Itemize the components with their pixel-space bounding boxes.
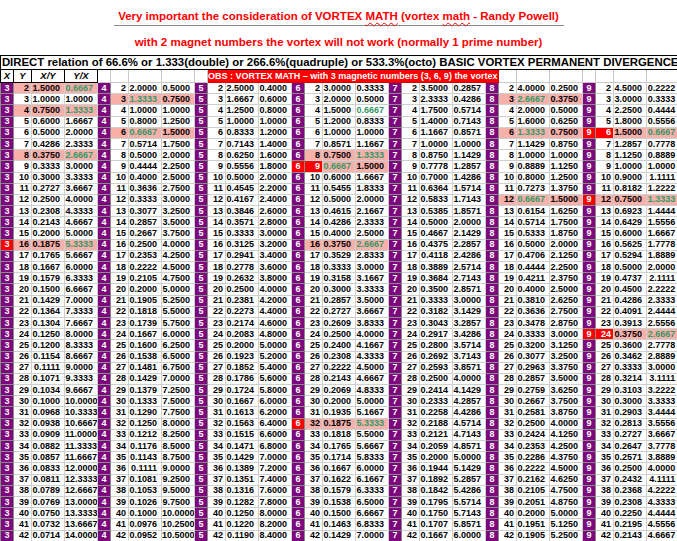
cell-ratio-y-over-x[interactable]: 2.3750 — [550, 273, 583, 284]
cell-ratio-x-over-y[interactable]: 0.6923 — [614, 206, 647, 217]
cell-y[interactable]: 16 — [14, 239, 32, 250]
cell-x[interactable]: 3 — [1, 530, 14, 541]
cell-ratio-x-over-y[interactable]: 0.4545 — [226, 183, 259, 194]
cell-ratio-x-over-y[interactable]: 0.2609 — [323, 317, 356, 328]
cell-y[interactable]: 35 — [14, 452, 32, 463]
cell-y[interactable]: 5 — [14, 116, 32, 127]
cell-x[interactable]: 6 — [292, 317, 305, 328]
cell-y[interactable]: 23 — [208, 317, 226, 328]
cell-y[interactable]: 29 — [14, 385, 32, 396]
cell-ratio-y-over-x[interactable]: 3.7143 — [453, 351, 486, 362]
cell-x[interactable]: 5 — [195, 496, 208, 507]
cell-ratio-y-over-x[interactable]: 5.6667 — [356, 441, 389, 452]
cell-y[interactable]: 27 — [596, 362, 614, 373]
cell-ratio-y-over-x[interactable]: 1.0000 — [65, 94, 98, 105]
cell-ratio-x-over-y[interactable]: 0.0769 — [32, 496, 65, 507]
cell-x[interactable]: 8 — [486, 306, 499, 317]
cell-ratio-y-over-x[interactable]: 12.6667 — [65, 485, 98, 496]
cell-x[interactable]: 7 — [389, 206, 402, 217]
cell-y[interactable]: 24 — [596, 329, 614, 340]
cell-ratio-y-over-x[interactable]: 4.6250 — [550, 474, 583, 485]
cell-x[interactable]: 3 — [1, 463, 14, 474]
cell-x[interactable]: 3 — [1, 239, 14, 250]
cell-ratio-y-over-x[interactable]: 4.5556 — [647, 519, 677, 530]
cell-y[interactable]: 15 — [402, 228, 420, 239]
cell-x[interactable]: 4 — [98, 284, 111, 295]
cell-x[interactable]: 7 — [389, 161, 402, 172]
cell-ratio-y-over-x[interactable]: 3.0000 — [647, 362, 677, 373]
cell-y[interactable]: 15 — [14, 228, 32, 239]
cell-ratio-x-over-y[interactable]: 0.2162 — [517, 474, 550, 485]
cell-ratio-y-over-x[interactable]: 1.0000 — [453, 138, 486, 149]
cell-ratio-x-over-y[interactable]: 0.2727 — [32, 183, 65, 194]
cell-ratio-x-over-y[interactable]: 0.2105 — [517, 485, 550, 496]
cell-ratio-y-over-x[interactable]: 1.2500 — [162, 116, 195, 127]
cell-ratio-y-over-x[interactable]: 0.4000 — [259, 83, 292, 94]
cell-ratio-y-over-x[interactable]: 5.0000 — [550, 508, 583, 519]
cell-x[interactable]: 4 — [98, 83, 111, 94]
cell-y[interactable]: 21 — [305, 295, 323, 306]
cell-ratio-y-over-x[interactable]: 4.0000 — [65, 194, 98, 205]
cell-ratio-x-over-y[interactable]: 2.0000 — [129, 83, 162, 94]
cell-y[interactable]: 13 — [499, 206, 517, 217]
cell-ratio-y-over-x[interactable]: 3.6667 — [65, 183, 98, 194]
cell-x[interactable]: 5 — [195, 441, 208, 452]
cell-ratio-y-over-x[interactable]: 13.0000 — [65, 496, 98, 507]
cell-x[interactable]: 3 — [1, 105, 14, 116]
cell-ratio-x-over-y[interactable]: 0.4706 — [517, 250, 550, 261]
cell-ratio-x-over-y[interactable]: 0.1667 — [323, 463, 356, 474]
cell-ratio-y-over-x[interactable]: 1.8000 — [259, 161, 292, 172]
cell-ratio-y-over-x[interactable]: 10.2500 — [162, 519, 195, 530]
cell-ratio-x-over-y[interactable]: 0.4000 — [323, 228, 356, 239]
cell-ratio-y-over-x[interactable]: 5.3333 — [65, 239, 98, 250]
cell-ratio-x-over-y[interactable]: 0.2250 — [614, 508, 647, 519]
cell-x[interactable]: 6 — [292, 407, 305, 418]
cell-ratio-y-over-x[interactable]: 14.0000 — [65, 530, 98, 541]
cell-ratio-x-over-y[interactable]: 1.0000 — [517, 150, 550, 161]
cell-x[interactable]: 7 — [389, 183, 402, 194]
cell-ratio-y-over-x[interactable]: 5.1429 — [453, 463, 486, 474]
cell-ratio-x-over-y[interactable]: 0.1463 — [323, 519, 356, 530]
cell-x[interactable]: 3 — [1, 306, 14, 317]
cell-ratio-x-over-y[interactable]: 0.2368 — [614, 485, 647, 496]
cell-x[interactable]: 3 — [1, 508, 14, 519]
cell-y[interactable]: 9 — [402, 161, 420, 172]
cell-y[interactable]: 31 — [596, 407, 614, 418]
cell-ratio-x-over-y[interactable]: 0.1111 — [32, 362, 65, 373]
cell-ratio-y-over-x[interactable]: 5.7500 — [162, 317, 195, 328]
cell-y[interactable]: 42 — [111, 530, 129, 541]
cell-x[interactable]: 8 — [486, 138, 499, 149]
cell-ratio-x-over-y[interactable]: 0.5714 — [129, 138, 162, 149]
cell-x[interactable]: 5 — [195, 463, 208, 474]
cell-y[interactable]: 10 — [208, 172, 226, 183]
cell-ratio-x-over-y[interactable]: 1.6000 — [517, 116, 550, 127]
cell-x[interactable]: 7 — [389, 83, 402, 94]
cell-ratio-x-over-y[interactable]: 0.2105 — [129, 273, 162, 284]
cell-ratio-x-over-y[interactable]: 0.1538 — [323, 496, 356, 507]
cell-y[interactable]: 2 — [305, 83, 323, 94]
cell-ratio-y-over-x[interactable]: 2.8750 — [550, 317, 583, 328]
cell-ratio-x-over-y[interactable]: 0.2188 — [420, 418, 453, 429]
cell-ratio-x-over-y[interactable]: 0.1481 — [129, 362, 162, 373]
cell-ratio-x-over-y[interactable]: 0.5000 — [32, 127, 65, 138]
col-header-y-over-x[interactable]: Y/X — [65, 70, 98, 83]
cell-x[interactable]: 4 — [98, 519, 111, 530]
cell-ratio-x-over-y[interactable]: 0.1111 — [129, 463, 162, 474]
cell-ratio-x-over-y[interactable]: 0.1200 — [32, 340, 65, 351]
cell-ratio-y-over-x[interactable]: 4.1429 — [453, 385, 486, 396]
cell-x[interactable]: 8 — [486, 373, 499, 384]
cell-x[interactable]: 7 — [389, 105, 402, 116]
cell-x[interactable]: 8 — [486, 217, 499, 228]
cell-ratio-x-over-y[interactable]: 0.2400 — [323, 340, 356, 351]
cell-x[interactable]: 5 — [195, 295, 208, 306]
cell-y[interactable]: 14 — [596, 217, 614, 228]
cell-ratio-y-over-x[interactable]: 2.2000 — [259, 183, 292, 194]
cell-y[interactable]: 22 — [499, 306, 517, 317]
cell-ratio-y-over-x[interactable]: 6.2500 — [162, 340, 195, 351]
cell-ratio-y-over-x[interactable]: 6.6667 — [356, 508, 389, 519]
cell-ratio-x-over-y[interactable]: 0.1290 — [129, 407, 162, 418]
cell-ratio-y-over-x[interactable]: 0.5714 — [453, 105, 486, 116]
cell-ratio-y-over-x[interactable]: 1.8333 — [356, 183, 389, 194]
cell-ratio-x-over-y[interactable]: 0.1250 — [129, 418, 162, 429]
cell-y[interactable]: 18 — [596, 262, 614, 273]
